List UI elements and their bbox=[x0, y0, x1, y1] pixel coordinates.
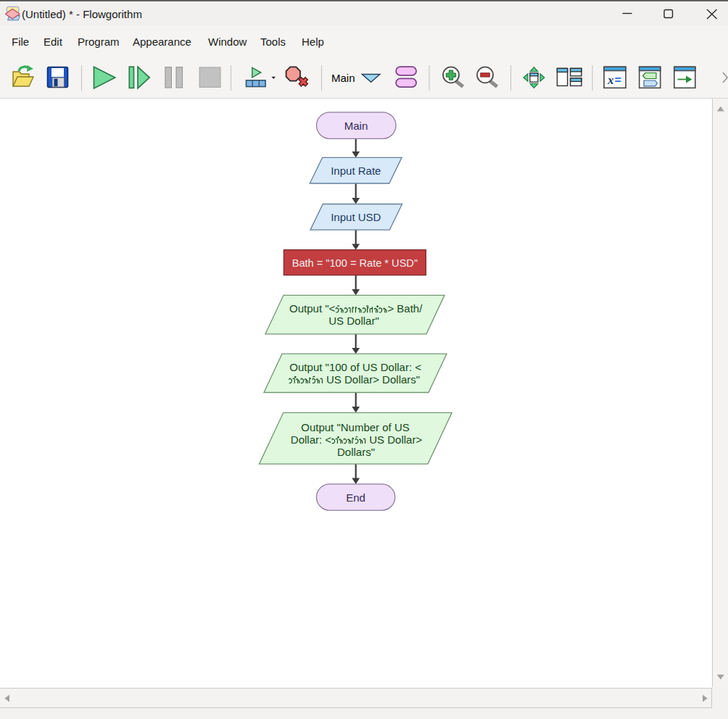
svg-text:Input Rate: Input Rate bbox=[331, 165, 381, 177]
svg-text:Dollars": Dollars" bbox=[337, 446, 375, 458]
svg-text:US Dollar": US Dollar" bbox=[328, 315, 379, 327]
svg-text:x: x bbox=[607, 73, 614, 87]
svg-text:Dollar: <: Dollar: < bbox=[291, 433, 332, 446]
svg-text:Bath = "100 = Rate * USD": Bath = "100 = Rate * USD" bbox=[292, 257, 418, 269]
svg-text:End: End bbox=[346, 491, 365, 504]
svg-text:Output "<: Output "< bbox=[289, 302, 336, 315]
svg-text:US Dollar>: US Dollar> bbox=[366, 433, 422, 446]
svg-text:> Bath/: > Bath/ bbox=[387, 302, 423, 315]
svg-text:Output "100 of US Dollar: <: Output "100 of US Dollar: < bbox=[289, 361, 421, 373]
svg-text:Input USD: Input USD bbox=[331, 211, 381, 223]
svg-text:=: = bbox=[615, 74, 621, 86]
svg-text:Output "Number of US: Output "Number of US bbox=[301, 421, 410, 433]
svg-text:US Dollar> Dollars": US Dollar> Dollars" bbox=[323, 373, 420, 386]
svg-text:Main: Main bbox=[344, 120, 368, 132]
